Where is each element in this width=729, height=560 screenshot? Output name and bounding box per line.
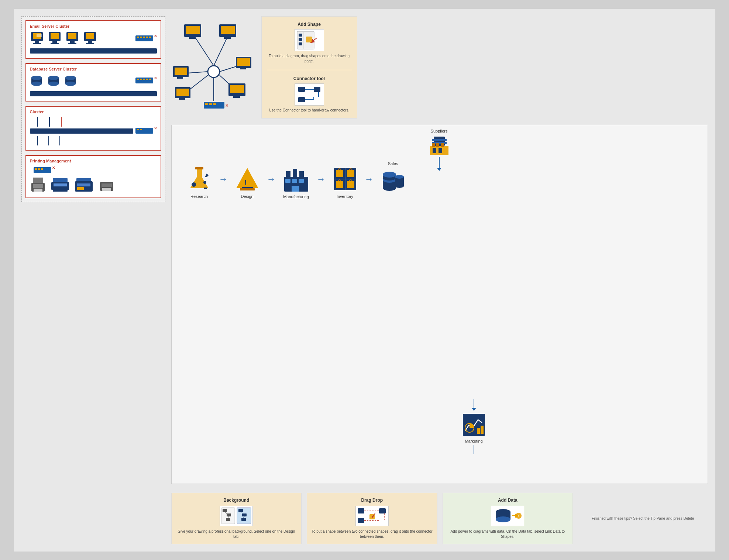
dragdrop-tip-desc: To put a shape between two connected sha…	[312, 529, 433, 539]
printer-icon-4	[99, 178, 115, 192]
svg-text:✕: ✕	[154, 76, 157, 80]
cluster-label: Cluster	[30, 110, 157, 114]
svg-rect-139	[336, 181, 343, 188]
connector-tip: Connector tool Use the Connector tool	[267, 76, 352, 113]
arrow-3: →	[317, 174, 326, 184]
svg-rect-137	[336, 170, 343, 177]
svg-rect-129	[299, 171, 304, 179]
svg-point-34	[65, 82, 76, 86]
svg-rect-115	[432, 143, 435, 147]
network-switch-2: ✕	[135, 76, 157, 85]
svg-point-31	[48, 76, 59, 80]
arrow-1: →	[219, 174, 228, 184]
manufacturing-label: Manufacturing	[283, 195, 309, 199]
svg-rect-20	[143, 37, 145, 38]
add-shape-icon-area	[295, 29, 324, 51]
dragdrop-tip: Drag Drop	[307, 493, 437, 544]
connector-icon-area	[295, 83, 324, 106]
svg-rect-53	[33, 184, 43, 188]
svg-rect-92	[233, 96, 240, 98]
research-node: Research	[186, 166, 212, 199]
database-server-cluster[interactable]: Database Server Cluster	[25, 63, 161, 102]
inventory-label: Inventory	[337, 194, 353, 199]
svg-rect-44	[137, 129, 139, 130]
svg-rect-163	[242, 513, 247, 516]
svg-rect-10	[68, 33, 76, 39]
monitor-icon-4	[83, 31, 97, 45]
svg-rect-133	[292, 186, 299, 192]
marketing-group: Marketing	[461, 399, 486, 454]
svg-rect-88	[237, 58, 250, 66]
printer-icon-3	[75, 178, 93, 192]
svg-rect-151	[477, 428, 480, 434]
db-icon-2	[47, 74, 60, 88]
svg-rect-54	[33, 178, 43, 183]
suppliers-icon	[428, 135, 450, 157]
svg-rect-48	[35, 168, 37, 170]
monitor-icon-1	[30, 31, 44, 45]
svg-rect-16	[86, 43, 94, 44]
suppliers-label: Suppliers	[431, 129, 448, 133]
db-icon-1	[30, 74, 43, 88]
bottom-tips-row: Background	[171, 493, 708, 544]
arrow-4: →	[365, 174, 374, 184]
monitor-icon-2	[48, 31, 62, 45]
inventory-icon	[332, 166, 358, 192]
svg-rect-39	[143, 79, 145, 80]
business-diagram: Suppliers	[171, 125, 708, 484]
svg-rect-100	[299, 38, 302, 41]
network-switch-4: ✕	[34, 166, 55, 174]
add-shape-title: Add Shape	[298, 22, 321, 27]
svg-rect-11	[70, 41, 75, 43]
svg-rect-161	[238, 509, 243, 512]
svg-rect-41	[149, 79, 151, 80]
dragdrop-tip-title: Drag Drop	[361, 498, 383, 503]
main-canvas: Email Server Cluster	[14, 9, 715, 552]
printer-icon-2	[51, 178, 70, 192]
marketing-arrowhead	[472, 408, 476, 411]
finish-note-text: Finished with these tips? Select the Tip…	[592, 516, 694, 521]
svg-rect-83	[177, 77, 183, 79]
email-server-label: Email Server Cluster	[30, 24, 157, 28]
svg-rect-57	[53, 178, 68, 182]
svg-rect-37	[137, 79, 139, 80]
svg-rect-125	[240, 188, 255, 190]
svg-rect-50	[41, 168, 43, 170]
svg-rect-62	[77, 183, 90, 186]
sales-top-label: Sales	[388, 161, 398, 166]
svg-rect-157	[227, 513, 231, 516]
marketing-line	[474, 399, 474, 408]
printer-icon-1	[30, 178, 46, 193]
manufacturing-icon	[282, 166, 310, 192]
db-icon-3	[64, 74, 77, 88]
email-server-cluster[interactable]: Email Server Cluster	[25, 20, 161, 59]
design-node: ! Design	[234, 166, 260, 199]
svg-rect-85	[176, 89, 189, 96]
svg-rect-66	[102, 188, 111, 191]
tips-panel: Add Shape	[261, 16, 357, 118]
svg-rect-165	[241, 518, 246, 521]
svg-rect-91	[230, 85, 244, 93]
cluster-box[interactable]: Cluster ✕	[25, 106, 161, 151]
printing-cluster[interactable]: Printing Management ✕	[25, 155, 161, 198]
background-tip-desc: Give your drawing a professional backgro…	[176, 529, 297, 539]
email-server-icons: ✕	[30, 31, 157, 45]
svg-rect-38	[140, 79, 142, 80]
background-tip: Background	[171, 493, 302, 544]
network-switch-3: ✕	[135, 127, 157, 135]
suppliers-arrowhead	[437, 168, 441, 171]
database-server-label: Database Server Cluster	[30, 67, 157, 71]
dragdrop-icon	[356, 507, 388, 525]
svg-rect-12	[68, 43, 76, 44]
design-label: Design	[241, 194, 253, 199]
svg-text:✕: ✕	[154, 127, 157, 130]
research-icon	[186, 166, 212, 192]
svg-point-146	[383, 172, 396, 178]
add-shape-tip: Add Shape	[267, 22, 352, 64]
svg-rect-155	[223, 509, 227, 512]
svg-point-30	[48, 82, 59, 86]
adddata-tip-desc: Add power to diagrams with data. On the …	[447, 529, 568, 539]
svg-point-149	[395, 175, 404, 179]
svg-rect-61	[76, 178, 91, 181]
suppliers-group: Suppliers	[428, 129, 450, 171]
